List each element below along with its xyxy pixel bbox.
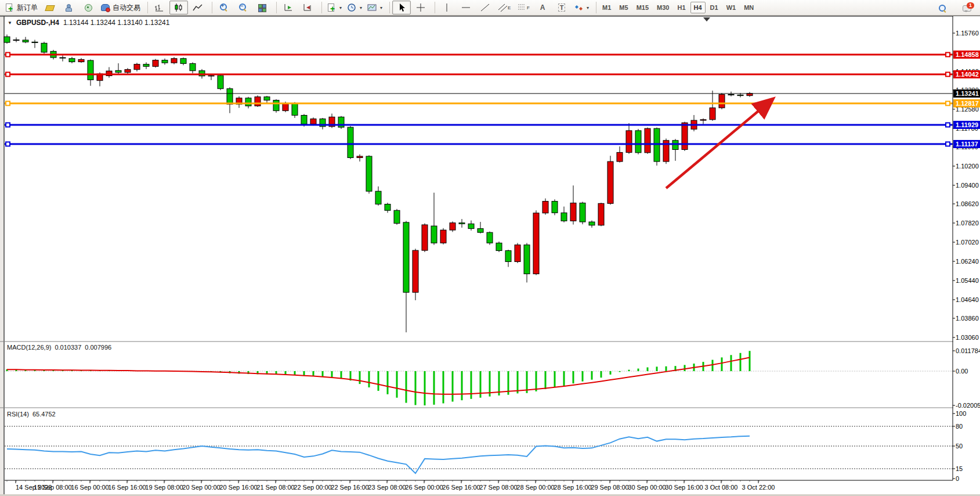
channel-tool-button[interactable]: E [495,1,513,15]
text-label-tool-button[interactable]: T [552,1,571,15]
text-tool-glyph: A [540,3,545,12]
bar-chart-button[interactable] [150,1,169,15]
timeframe-button-mn[interactable]: MN [740,2,757,13]
line-anchor-marker [6,142,10,146]
equidistant-channel-icon [498,3,508,12]
bear-candle [459,223,465,224]
line-chart-button[interactable] [189,1,207,15]
chat-notification-badge: 1 [967,2,974,9]
price-axis-tick-label: 1.07020 [956,239,979,246]
vertical-line-tool-button[interactable] [437,1,456,15]
fibonacci-icon [517,3,527,12]
rsi-name: RSI(14) [7,411,29,418]
macd-label: MACD(12,26,9) 0.010337 0.007996 [7,344,111,351]
clock-icon [347,3,357,12]
new-order-label: 新订单 [17,3,38,13]
bear-candle [728,95,734,95]
fibonacci-tool-button[interactable]: F [514,1,533,15]
time-axis-label: 30 Sep 16:00 [665,484,703,491]
bear-candle [431,226,437,243]
cursor-tool-button[interactable] [392,1,411,15]
chart-expander-icon[interactable]: ▼ [8,20,12,26]
macd-axis-label: 0.011784 [956,347,980,354]
template-icon [367,3,378,12]
bear-candle [4,37,10,42]
horizontal-line-tool-button[interactable] [457,1,475,15]
chart-plot-area[interactable]: 1.157601.141601.133801.125801.117801.110… [0,0,980,496]
bear-candle [41,43,47,52]
chart-shift-icon [302,3,313,12]
line-anchor-marker [946,53,950,57]
timeframe-button-m30[interactable]: M30 [653,2,672,13]
zoom-in-button[interactable]: + [215,1,233,15]
line-anchor-marker [6,73,10,77]
time-axis-label: 29 Sep 08:00 [591,484,628,491]
macd-name: MACD(12,26,9) [7,344,51,351]
bear-candle [348,127,353,157]
zoom-out-icon: − [238,3,248,12]
toolbar-separator [272,2,277,13]
search-button[interactable] [934,2,952,16]
line-anchor-marker [946,142,950,146]
bull-candle [543,202,548,213]
bear-candle [552,202,558,213]
timeframe-button-h1[interactable]: H1 [674,2,689,13]
macd-main-value: 0.010337 [55,344,81,351]
new-chart-button[interactable]: + ▾ [324,1,344,15]
price-axis-tick-label: 1.15760 [956,30,979,37]
bear-candle [162,60,168,63]
price-level-label: 1.12817 [956,100,979,107]
rsi-axis-label: 50 [956,443,963,450]
autotrading-label: 自动交易 [113,3,140,13]
timeframe-button-m15[interactable]: M15 [633,2,652,13]
periodicity-button[interactable]: ▾ [345,1,364,15]
time-axis-label: 22 Sep 00:00 [294,484,331,491]
bull-candle [719,95,725,108]
tile-windows-button[interactable] [253,1,272,15]
charts-list-button[interactable] [41,1,59,15]
autotrading-button[interactable]: 自动交易 [98,1,143,15]
bear-candle [737,95,743,95]
text-tool-button[interactable]: A [533,1,552,15]
candlestick-chart-button[interactable] [169,1,188,15]
arrows-tool-button[interactable]: ▾ [572,1,591,15]
templates-button[interactable]: ▾ [365,1,385,15]
rsi-axis-label: 15 [956,465,963,472]
new-order-button[interactable]: + 新订单 [2,1,40,15]
chart-title: ▼ GBPUSD-,H4 1.13144 1.13244 1.13140 1.1… [8,19,169,27]
arrows-tool-icon [574,3,584,12]
bull-candle [645,128,650,153]
zoom-out-button[interactable]: − [234,1,252,15]
horizontal-line-icon [461,3,471,12]
crosshair-tool-button[interactable] [411,1,430,15]
time-axis-label: 3 Oct 22:00 [742,484,775,491]
toolbar-separator [385,2,390,13]
trendline-tool-button[interactable] [476,1,494,15]
timeframe-button-d1[interactable]: D1 [707,2,722,13]
bear-candle [60,57,66,58]
timeframe-button-m1[interactable]: M1 [599,2,614,13]
bull-candle [700,120,706,120]
auto-scroll-button[interactable] [279,1,298,15]
market-watch-icon [64,3,74,12]
bull-candle [617,152,623,161]
chat-button[interactable]: 1 [958,2,977,16]
time-axis-label: 20 Sep 00:00 [182,484,220,491]
bear-candle [69,59,75,62]
timeframe-button-m5[interactable]: M5 [616,2,631,13]
timeframe-button-h4[interactable]: H4 [690,2,706,13]
signals-button[interactable] [79,1,97,15]
market-watch-button[interactable] [60,1,78,15]
bull-candle [607,161,613,203]
chat-icon: 1 [962,4,972,13]
chart-shift-button[interactable] [298,1,317,15]
tile-windows-icon [257,3,267,12]
bear-candle [180,59,186,64]
time-axis-label: 26 Sep 16:00 [442,484,480,491]
macd-axis-label: -0.020054 [956,402,980,409]
timeframe-button-w1[interactable]: W1 [723,2,740,13]
bear-candle [88,60,93,80]
mt4-application-window: + 新订单 自动交易 + [0,0,980,496]
toolbar-separator [143,2,148,13]
chevron-down-icon: ▾ [339,5,342,10]
